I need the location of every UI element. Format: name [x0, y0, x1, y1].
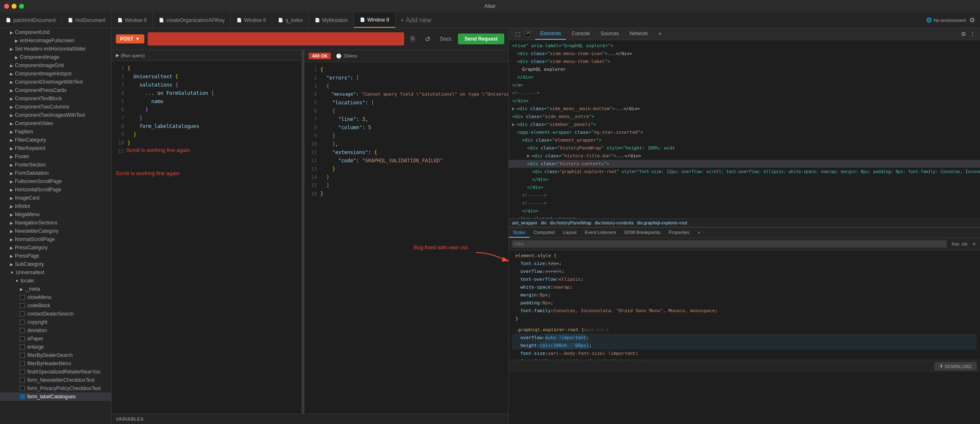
sidebar-item-filterbydealersearch[interactable]: filterByDealerSearch — [0, 351, 111, 359]
styles-tab-properties[interactable]: Properties — [664, 228, 693, 238]
minimize-button[interactable] — [12, 4, 17, 9]
maximize-button[interactable] — [19, 4, 24, 9]
sidebar-item-componentvideo[interactable]: ▶ ComponentVideo — [0, 119, 111, 128]
styles-tab-more[interactable]: » — [694, 228, 704, 238]
sidebar-item-codeblock[interactable]: codeBlock — [0, 301, 111, 310]
breadcrumb-item[interactable]: div — [541, 220, 546, 225]
add-tab-button[interactable]: + Add new — [395, 12, 436, 28]
url-input[interactable] — [148, 32, 404, 46]
devtools-more-icon[interactable]: ⋮ — [968, 29, 977, 39]
style-prop-line[interactable]: text-overflow : ellipsis ; — [512, 275, 977, 283]
sidebar-item-componenturid[interactable]: ▶ ComponentUrid — [0, 28, 111, 36]
sidebar-item-componenthotspot[interactable]: ▶ ComponentImageHotspot — [0, 70, 111, 78]
download-button[interactable]: ⬇ DOWNLOAD — [934, 362, 977, 371]
checkbox-formprivacy[interactable] — [20, 386, 25, 391]
checkbox-closemenu[interactable] — [20, 295, 25, 300]
breadcrumb-item[interactable]: div.historyPaneWrap — [550, 220, 591, 225]
refresh-icon[interactable]: ↺ — [422, 34, 434, 45]
style-prop-line[interactable]: overflow : scroll ; — [512, 267, 977, 275]
checkbox-formnewsletter[interactable] — [20, 378, 25, 383]
tab-q-index[interactable]: 📄 q_index — [272, 12, 309, 28]
styles-tab-styles[interactable]: Styles — [509, 228, 530, 238]
sidebar-item-footersection[interactable]: ▶ FooterSection — [0, 161, 111, 169]
sidebar-item-componentimgrid[interactable]: ▶ ComponentImageGrid — [0, 61, 111, 70]
styles-tab-dom-breakpoints[interactable]: DOM Breakpoints — [621, 228, 665, 238]
checkbox-filterbydealersearch[interactable] — [20, 353, 25, 358]
checkbox-copyright[interactable] — [20, 320, 25, 325]
variables-bar[interactable]: VARIABLES — [112, 414, 508, 424]
query-editor[interactable]: 1{ 2 Universaltext { 3 salutations { 4 .… — [112, 61, 302, 414]
close-button[interactable] — [4, 4, 9, 9]
docs-button[interactable]: Docs — [437, 34, 455, 43]
style-prop-line[interactable]: padding : 8px ; — [512, 299, 977, 307]
send-request-button[interactable]: Send Request — [458, 34, 504, 44]
sidebar-item-epaper[interactable]: ePaper — [0, 335, 111, 343]
sidebar-item-universaltext[interactable]: ▼ Universaltext — [0, 268, 111, 277]
sidebar-item-componentoneimage[interactable]: ▶ ComponentOneImageWithText — [0, 78, 111, 86]
checkbox-deviation[interactable] — [20, 328, 25, 333]
style-prop-line[interactable]: white-space : nowrap ; — [512, 283, 977, 291]
sidebar-item-locale[interactable]: ▼ locale: — [0, 277, 111, 285]
sidebar-item-imagecard[interactable]: ▶ ImageCard — [0, 194, 111, 202]
tab-HotDocument[interactable]: 📄 HotDocument — [62, 12, 112, 28]
tab-patchHotDocument[interactable]: 📄 patchHotDocument — [0, 12, 62, 28]
sidebar-item-presspage[interactable]: ▶ PressPage — [0, 252, 111, 260]
sidebar-item-deviation[interactable]: deviation — [0, 326, 111, 335]
html-line-selected[interactable]: <div class="history-contents"> — [509, 160, 980, 168]
devtools-settings-icon[interactable]: ⚙ — [960, 29, 968, 39]
styles-tab-computed[interactable]: Computed — [530, 228, 559, 238]
sidebar-item-footer[interactable]: ▶ Footer — [0, 152, 111, 161]
checkbox-codeblock[interactable] — [20, 303, 25, 308]
tab-myMutation[interactable]: 📄 MyMutation — [309, 12, 354, 28]
checkbox-contactdealersearch[interactable] — [20, 311, 25, 316]
sidebar-item-fullscreenscrollpage[interactable]: ▶ FullscreenScrollPage — [0, 177, 111, 186]
sidebar-item-meta[interactable]: ▶ ._meta — [0, 285, 111, 293]
sidebar-item-closemenu[interactable]: closeMenu — [0, 293, 111, 301]
sidebar-item-horizontalscrollpage[interactable]: ▶ HorizontalScrollPage — [0, 186, 111, 194]
sidebar-item-formlabelcatalogues[interactable]: form_labelCatalogues — [0, 393, 111, 401]
sidebar-item-presscategory[interactable]: ▶ PressCategory — [0, 243, 111, 252]
sidebar-item-entheroimage[interactable]: ▶ entHeroImageFullscreen — [0, 36, 111, 45]
sidebar-item-enlarge[interactable]: enlarge — [0, 343, 111, 351]
run-query-button[interactable]: ▶ (Run query) — [116, 53, 145, 58]
sidebar-item-componenttwocols[interactable]: ▶ ComponentTwoColumns — [0, 103, 111, 111]
style-prop-line[interactable]: margin : 0px ; — [512, 291, 977, 299]
sidebar-item-copyright[interactable]: copyright — [0, 318, 111, 326]
sidebar-item-infodot[interactable]: ▶ Infodot — [0, 202, 111, 210]
style-prop-line[interactable]: font-size : 12px ; — [512, 260, 977, 267]
checkbox-enlarge[interactable] — [20, 344, 25, 349]
sidebar-item-filtercategory[interactable]: ▶ FilterCategory — [0, 136, 111, 144]
checkbox-epaper[interactable] — [20, 336, 25, 341]
sidebar-item-componentpresscards[interactable]: ▶ ComponentPressCards — [0, 86, 111, 94]
style-prop-line[interactable]: font-family : Consolas, Inconsolata, "Dr… — [512, 307, 977, 315]
sidebar-item-normalscrollpage[interactable]: ▶ NormalScrollPage — [0, 235, 111, 243]
tab-window8b[interactable]: 📄 Window 8 — [354, 12, 395, 28]
sidebar-item-newslettercategory[interactable]: ▶ NewsletterCategory — [0, 227, 111, 235]
tab-elements[interactable]: Elements — [535, 28, 566, 40]
tab-window6[interactable]: 📄 Window 6 — [112, 12, 153, 28]
no-environment[interactable]: 🌐 No environment — [926, 17, 966, 23]
checkbox-filterbyheadermenu[interactable] — [20, 361, 25, 366]
sidebar-item-formprivacy[interactable]: form_PrivacyPolicyCheckboxText — [0, 384, 111, 393]
sidebar-item-componenttextblock[interactable]: ▶ ComponentTextBlock — [0, 94, 111, 103]
method-selector[interactable]: POST ▼ — [116, 34, 144, 43]
tab-more[interactable]: » — [654, 28, 666, 40]
tab-console[interactable]: Console — [567, 28, 595, 40]
tab-window8a[interactable]: 📄 Window 8 — [231, 12, 272, 28]
sidebar-item-findspecialized[interactable]: findASpecializedRetailerNearYou — [0, 368, 111, 376]
style-prop-line[interactable]: font-size : var(--body-font-size) !impor… — [512, 349, 977, 357]
add-style-icon[interactable]: + — [970, 241, 978, 247]
sidebar-item-formnewsletter[interactable]: form_NewsletterCheckboxText — [0, 376, 111, 384]
style-prop-line[interactable]: overflow : auto !important ; — [512, 334, 977, 342]
styles-filter-input[interactable] — [512, 240, 947, 248]
breadcrumb-item[interactable]: div.history-contents — [595, 220, 634, 225]
sidebar-item-contactdealersearch[interactable]: contactDealerSearch — [0, 310, 111, 318]
sidebar-item-componenttwoimages[interactable]: ▶ ComponentTwoImagesWithText — [0, 111, 111, 119]
sidebar-item-formsalutation[interactable]: ▶ FormSalutation — [0, 169, 111, 177]
sidebar-item-componentimage[interactable]: ▶ ComponentImage — [0, 53, 111, 61]
checkbox-findspecialized[interactable] — [20, 369, 25, 374]
devtools-inspect-icon[interactable]: ⬚ — [514, 29, 522, 39]
tab-network[interactable]: Network — [625, 28, 653, 40]
sidebar-item-megamenu[interactable]: ▶ MegaMenu — [0, 210, 111, 219]
style-prop-line[interactable]: height : calc(100vh - 60px) ; — [512, 342, 977, 349]
